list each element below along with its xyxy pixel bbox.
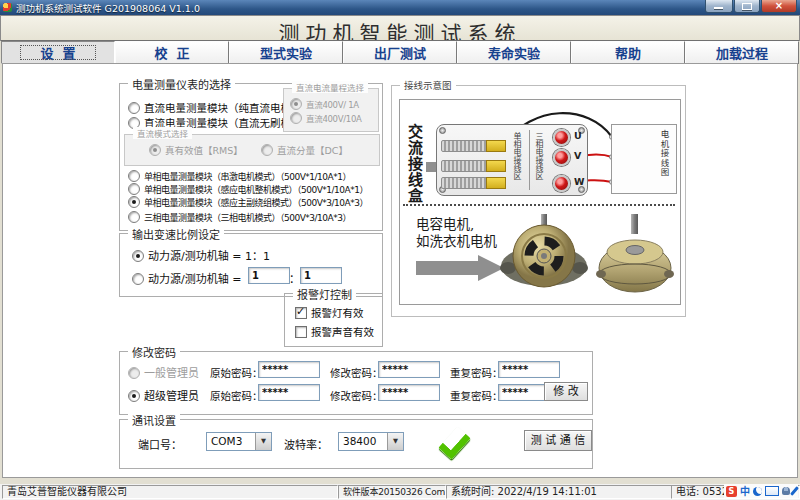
group-title: 直流模式选择	[133, 127, 192, 139]
window-controls: ×	[704, 0, 797, 13]
fullwidth-moon-icon[interactable]	[753, 487, 762, 496]
new-password-label: 修改密码：	[330, 365, 383, 380]
chevron-down-icon[interactable]: ▼	[387, 433, 403, 450]
capacitor-motor-note: 电容电机, 如洗衣机电机	[416, 216, 497, 250]
company-status: 青岛艾普智能仪器有限公司	[2, 485, 338, 499]
ratio-separator: ：	[289, 270, 300, 286]
group-title: 通讯设置	[128, 412, 180, 428]
keyboard-icon[interactable]	[765, 486, 779, 496]
window-title: 测功机系统测试软件 G201908064 V1.1.0	[16, 1, 200, 15]
dc-mode-group: 直流模式选择 真有效值【RMS】 直流分量【DC】	[124, 134, 380, 166]
title-bar: 测功机系统测试软件 G201908064 V1.1.0 ×	[0, 0, 800, 15]
port-select[interactable]: COM3 ▼	[206, 432, 272, 451]
new-password-input-super[interactable]	[378, 384, 440, 401]
radio-induction-whole[interactable]: 单相电量测量模块（感应电机整机模式）（500V*1/10A*1）	[128, 183, 368, 196]
radio-dc-400v-1a[interactable]: 直流400V/ 1A	[290, 98, 359, 110]
divider	[403, 204, 675, 206]
terminal-tip	[486, 160, 506, 172]
ratio-denominator-input[interactable]	[300, 267, 342, 284]
radio-icon	[290, 98, 302, 110]
screw-icon	[439, 127, 446, 134]
radio-icon	[132, 250, 144, 262]
tab-label: 型式实验	[260, 43, 312, 62]
tab-load-process[interactable]: 加载过程	[685, 41, 799, 64]
terminal-v-icon	[553, 149, 570, 166]
group-title: 电量测量仪表的选择	[128, 76, 235, 92]
person-icon[interactable]	[782, 487, 790, 495]
tab-label: 加载过程	[716, 43, 768, 62]
ratio-numerator-input[interactable]	[248, 267, 290, 284]
maximize-button[interactable]	[734, 0, 760, 13]
radio-icon	[128, 367, 140, 379]
tab-type-test[interactable]: 型式实验	[229, 41, 343, 64]
radio-icon	[128, 211, 140, 223]
checkbox-alarm-sound[interactable]: 报警声音有效	[295, 324, 374, 339]
modify-password-button[interactable]: 修 改	[544, 382, 588, 401]
group-title: 直流电流量程选择	[292, 81, 368, 93]
terminal-tip	[486, 140, 506, 152]
wrench-icon[interactable]	[790, 486, 799, 496]
test-comm-button[interactable]: 测 试 通 信	[524, 430, 592, 451]
tab-settings[interactable]: 设 置	[1, 41, 115, 64]
terminal-strip	[441, 177, 488, 189]
orig-password-input-super[interactable]	[258, 384, 320, 401]
tab-factory-test[interactable]: 出厂测试	[343, 41, 457, 64]
minimize-button[interactable]	[705, 0, 733, 13]
group-title: 接线示意图	[400, 78, 456, 92]
repeat-password-label: 重复密码：	[450, 388, 503, 403]
ac-junction-box-label: 交流接线盒	[404, 124, 425, 204]
radio-icon	[128, 102, 140, 114]
port-label: 端口号：	[138, 436, 182, 452]
terminal-v-label: V	[574, 150, 581, 161]
wiring-diagram: 交流接线盒 单相电接线区 三相电接线区 U V W	[399, 99, 681, 305]
radio-icon	[132, 273, 144, 285]
chinese-mode-icon[interactable]: 中	[740, 486, 750, 497]
group-title: 修改密码	[128, 344, 180, 360]
header: 测功机智能测试系统	[0, 15, 800, 41]
radio-super-admin[interactable]: 超级管理员	[128, 387, 199, 403]
terminal-u-icon	[553, 129, 570, 146]
radio-normal-admin[interactable]: 一般管理员	[128, 364, 199, 380]
radio-dc-component[interactable]: 直流分量【DC】	[261, 143, 348, 157]
three-phase-zone-label: 三相电接线区	[533, 132, 544, 180]
radio-induction-winding[interactable]: 单相电量测量模块（感应主副绕组模式）（500V*3/10A*3）	[128, 196, 368, 209]
new-password-input-normal[interactable]	[378, 361, 440, 378]
radio-rms[interactable]: 真有效值【RMS】	[149, 143, 243, 157]
radio-icon	[261, 144, 273, 156]
repeat-password-input-normal[interactable]	[498, 361, 560, 378]
radio-ratio-fixed[interactable]: 动力源/测功机轴 = 1：1	[132, 247, 270, 263]
single-phase-zone-label: 单相电接线区	[511, 132, 522, 180]
checkbox-icon	[295, 307, 307, 319]
tab-bar: 设 置 校 正 型式实验 出厂测试 寿命实验 帮助 加载过程	[1, 40, 799, 64]
chevron-down-icon[interactable]: ▼	[255, 433, 271, 450]
sogou-ime-icon[interactable]: S	[726, 486, 737, 497]
port-value: COM3	[211, 435, 242, 447]
group-title: 输出变速比例设定	[128, 226, 224, 242]
orig-password-input-normal[interactable]	[258, 361, 320, 378]
radio-ratio-custom[interactable]: 动力源/测功机轴 =	[132, 270, 241, 286]
alarm-group: 报警灯控制 报警灯有效 报警声音有效	[284, 293, 383, 347]
radio-three-phase[interactable]: 三相电量测量模块（三相电机模式）（500V*3/10A*3）	[128, 211, 351, 224]
wiring-diagram-group: 接线示意图	[391, 85, 686, 317]
checkbox-alarm-light[interactable]: 报警灯有效	[295, 305, 364, 320]
tab-help[interactable]: 帮助	[571, 41, 685, 64]
settings-panel: 电量测量仪表的选择 直流电量测量模块（纯直流电模式） 直流电量测量模块（直流无刷…	[2, 63, 798, 478]
system-time-status: 系统时间: 2022/4/19 14:11:01	[446, 485, 672, 499]
radio-series-motor[interactable]: 单相电量测量模块（串激电机模式）（500V*1/10A*1）	[128, 170, 351, 183]
group-title: 报警灯控制	[293, 286, 356, 302]
tab-label: 帮助	[615, 43, 641, 62]
tab-life-test[interactable]: 寿命实验	[457, 41, 571, 64]
radio-icon	[128, 390, 140, 402]
arrow-icon	[416, 255, 504, 281]
terminal-strip	[441, 140, 488, 152]
radio-icon	[128, 183, 140, 195]
tab-label: 出厂测试	[374, 43, 426, 62]
baud-select[interactable]: 38400 ▼	[338, 432, 404, 451]
radio-dc-400v-10a[interactable]: 直流400V/10A	[290, 112, 362, 124]
version-status: 软件版本20150326 Com:24	[338, 485, 446, 499]
repeat-password-label: 重复密码：	[450, 365, 503, 380]
comm-group: 通讯设置 端口号： COM3 ▼ 波特率： 38400 ▼ 测 试 通 信	[119, 419, 593, 469]
tab-calibration[interactable]: 校 正	[115, 41, 229, 64]
close-button[interactable]: ×	[761, 0, 797, 13]
terminal-w-label: W	[574, 176, 584, 187]
